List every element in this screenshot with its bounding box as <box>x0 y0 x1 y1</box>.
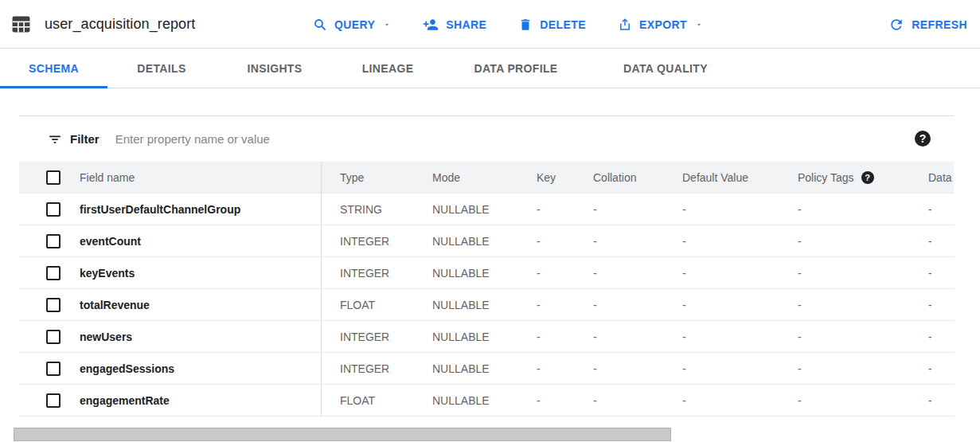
collation-cell: - <box>574 203 663 216</box>
refresh-button[interactable]: REFRESH <box>888 0 967 49</box>
row-checkbox[interactable] <box>46 266 61 280</box>
select-all-checkbox[interactable] <box>46 170 61 185</box>
default-value-cell: - <box>663 203 779 216</box>
tab-details[interactable]: DETAILS <box>107 49 216 88</box>
chevron-down-icon <box>695 21 703 29</box>
type-cell: FLOAT <box>321 394 413 407</box>
toolbar: QUERY SHARE DELETE <box>313 0 703 49</box>
field-name-cell: eventCount <box>80 235 321 248</box>
mode-cell: NULLABLE <box>413 394 517 407</box>
mode-cell: NULLABLE <box>413 331 517 343</box>
policy-tags-cell: - <box>779 203 909 216</box>
filter-input[interactable] <box>115 132 720 146</box>
schema-table: Field name Type Mode Key Collation Defau… <box>19 162 954 417</box>
trash-icon <box>518 18 533 32</box>
field-name-cell: engagementRate <box>80 394 321 407</box>
key-cell: - <box>517 203 574 216</box>
table-row: newUsers INTEGER NULLABLE - - - - - <box>19 321 954 353</box>
type-cell: STRING <box>321 203 413 216</box>
tab-schema[interactable]: SCHEMA <box>0 49 107 88</box>
key-cell: - <box>517 235 574 248</box>
table-row: totalRevenue FLOAT NULLABLE - - - - - <box>19 289 954 321</box>
mode-cell: NULLABLE <box>413 267 517 280</box>
type-cell: INTEGER <box>321 362 413 375</box>
column-header-mode: Mode <box>413 171 517 184</box>
person-add-icon <box>423 17 439 33</box>
column-header-data: Data <box>909 171 954 184</box>
tab-insights[interactable]: INSIGHTS <box>216 49 334 88</box>
data-cell: - <box>909 299 954 311</box>
column-header-type: Type <box>321 171 413 184</box>
upload-icon <box>618 18 632 32</box>
data-cell: - <box>909 267 954 280</box>
row-checkbox[interactable] <box>46 234 61 248</box>
chevron-down-icon <box>383 21 391 29</box>
column-header-key: Key <box>517 171 574 184</box>
row-checkbox[interactable] <box>46 362 61 376</box>
share-button[interactable]: SHARE <box>423 17 486 33</box>
column-header-policy-tags: Policy Tags ? <box>779 171 909 184</box>
tab-lineage[interactable]: LINEAGE <box>334 49 442 88</box>
tab-data-quality[interactable]: DATA QUALITY <box>590 49 741 88</box>
collation-cell: - <box>574 235 663 248</box>
help-icon[interactable]: ? <box>861 171 874 184</box>
column-divider <box>321 162 322 417</box>
table-body: firstUserDefaultChannelGroup STRING NULL… <box>19 194 954 417</box>
table-row: engagedSessions INTEGER NULLABLE - - - -… <box>19 353 954 385</box>
default-value-cell: - <box>663 331 779 343</box>
data-cell: - <box>909 235 954 248</box>
filter-label: Filter <box>70 132 100 146</box>
delete-button[interactable]: DELETE <box>518 18 586 32</box>
title-bar: user_acquisition_report QUERY SHARE <box>0 0 980 49</box>
mode-cell: NULLABLE <box>413 235 517 248</box>
mode-cell: NULLABLE <box>413 362 517 375</box>
policy-tags-cell: - <box>779 267 909 280</box>
field-name-cell: newUsers <box>80 331 321 343</box>
column-header-default-value: Default Value <box>663 171 779 184</box>
key-cell: - <box>517 267 574 280</box>
field-name-cell: keyEvents <box>80 267 321 280</box>
row-checkbox[interactable] <box>46 202 61 217</box>
type-cell: FLOAT <box>321 299 413 311</box>
export-button[interactable]: EXPORT <box>618 18 703 32</box>
table-row: keyEvents INTEGER NULLABLE - - - - - <box>19 257 954 289</box>
policy-tags-cell: - <box>779 299 909 311</box>
table-row: eventCount INTEGER NULLABLE - - - - - <box>19 225 954 257</box>
filter-row: Filter ? <box>19 116 954 162</box>
data-cell: - <box>909 394 954 407</box>
row-checkbox[interactable] <box>46 298 61 312</box>
default-value-cell: - <box>663 362 779 375</box>
row-checkbox[interactable] <box>46 330 61 344</box>
data-cell: - <box>909 203 954 216</box>
default-value-cell: - <box>663 299 779 311</box>
schema-card: Filter ? Field name Type Mode Key Collat… <box>19 115 954 417</box>
field-name-cell: engagedSessions <box>80 362 321 375</box>
page-title: user_acquisition_report <box>45 16 195 33</box>
horizontal-scrollbar-thumb[interactable] <box>14 428 671 441</box>
policy-tags-cell: - <box>779 331 909 343</box>
table-icon <box>11 14 31 34</box>
help-icon[interactable]: ? <box>915 131 931 147</box>
table-row: firstUserDefaultChannelGroup STRING NULL… <box>19 194 954 225</box>
collation-cell: - <box>574 299 663 311</box>
mode-cell: NULLABLE <box>413 299 517 311</box>
field-name-cell: firstUserDefaultChannelGroup <box>80 203 321 216</box>
column-header-field-name: Field name <box>80 171 321 184</box>
row-checkbox[interactable] <box>46 393 61 408</box>
data-cell: - <box>909 331 954 343</box>
table-header-row: Field name Type Mode Key Collation Defau… <box>19 162 954 194</box>
type-cell: INTEGER <box>321 331 413 343</box>
policy-tags-cell: - <box>779 362 909 375</box>
policy-tags-cell: - <box>779 235 909 248</box>
tab-bar: SCHEMA DETAILS INSIGHTS LINEAGE DATA PRO… <box>0 49 980 88</box>
key-cell: - <box>517 362 574 375</box>
key-cell: - <box>517 299 574 311</box>
table-row: engagementRate FLOAT NULLABLE - - - - - <box>19 385 954 417</box>
column-header-collation: Collation <box>574 171 663 184</box>
mode-cell: NULLABLE <box>413 203 517 216</box>
collation-cell: - <box>574 394 663 407</box>
default-value-cell: - <box>663 235 779 248</box>
query-button[interactable]: QUERY <box>313 18 391 32</box>
tab-data-profile[interactable]: DATA PROFILE <box>442 49 590 88</box>
field-name-cell: totalRevenue <box>80 299 321 311</box>
